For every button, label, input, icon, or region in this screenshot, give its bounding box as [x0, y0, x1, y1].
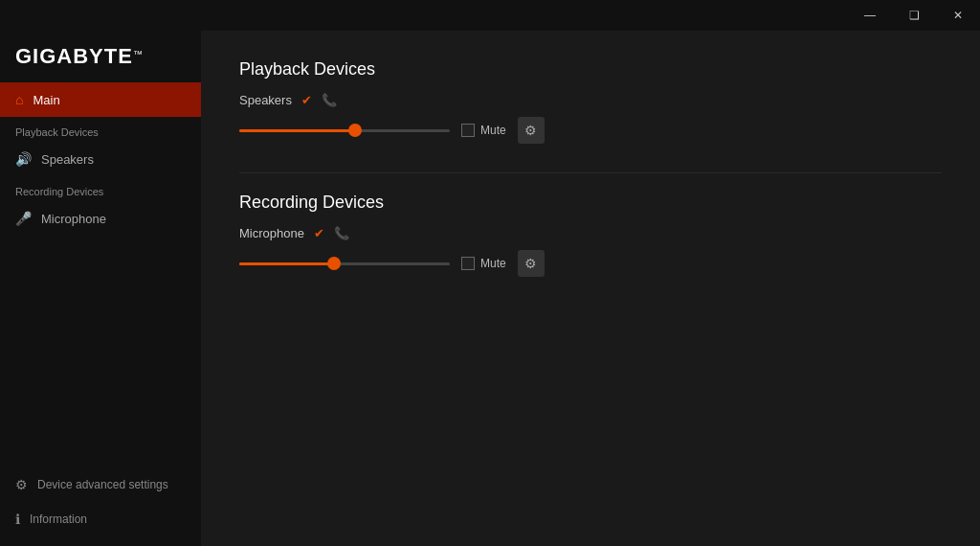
- close-button[interactable]: ✕: [936, 0, 980, 31]
- advanced-settings-label: Device advanced settings: [37, 478, 168, 491]
- microphone-device-header: Microphone ✔ 📞: [239, 226, 942, 240]
- microphone-icon: 🎤: [15, 211, 32, 226]
- microphone-device-name: Microphone: [239, 226, 304, 240]
- sidebar-nav: ⌂ Main Playback Devices 🔊 Speakers Recor…: [0, 82, 201, 467]
- titlebar: — ❑ ✕: [0, 0, 980, 31]
- microphone-mute-container: Mute: [461, 257, 506, 270]
- section-divider: [239, 172, 942, 173]
- speakers-device-row: Speakers ✔ 📞 Mute ⚙: [239, 93, 942, 144]
- sidebar-bottom: ⚙ Device advanced settings ℹ Information: [0, 467, 201, 546]
- sidebar-item-microphone[interactable]: 🎤 Microphone: [0, 201, 201, 236]
- information-label: Information: [30, 512, 87, 526]
- recording-devices-title: Recording Devices: [239, 193, 942, 213]
- minimize-button[interactable]: —: [848, 0, 892, 31]
- sidebar-recording-section: Recording Devices: [0, 176, 201, 201]
- speakers-gear-icon: ⚙: [524, 123, 537, 138]
- logo-tm: ™: [133, 49, 143, 59]
- logo-area: GIGABYTE™: [0, 31, 201, 82]
- speakers-check-button[interactable]: ✔: [301, 93, 312, 107]
- speakers-track: [239, 129, 450, 132]
- speakers-mute-checkbox[interactable]: [461, 124, 475, 137]
- microphone-slider-row: Mute ⚙: [239, 250, 942, 277]
- speakers-icon: 🔊: [15, 151, 32, 167]
- microphone-gear-icon: ⚙: [524, 256, 537, 271]
- playback-devices-title: Playback Devices: [239, 59, 942, 80]
- info-icon: ℹ: [15, 512, 20, 527]
- sidebar-speakers-label: Speakers: [41, 152, 94, 167]
- main-content: Playback Devices Speakers ✔ 📞 Mute: [201, 31, 980, 546]
- home-icon: ⌂: [15, 92, 23, 107]
- speakers-phone-button[interactable]: 📞: [322, 93, 337, 107]
- microphone-device-row: Microphone ✔ 📞 Mute ⚙: [239, 226, 942, 277]
- speakers-slider-row: Mute ⚙: [239, 117, 942, 144]
- speakers-device-header: Speakers ✔ 📞: [239, 93, 942, 107]
- speakers-mute-label: Mute: [480, 124, 506, 137]
- microphone-mute-label: Mute: [480, 257, 506, 270]
- speakers-device-name: Speakers: [239, 93, 292, 107]
- speakers-volume-slider[interactable]: [239, 121, 450, 140]
- sidebar-item-advanced-settings[interactable]: ⚙ Device advanced settings: [0, 467, 201, 502]
- microphone-thumb[interactable]: [327, 257, 341, 270]
- sidebar-microphone-label: Microphone: [41, 212, 106, 226]
- speakers-settings-button[interactable]: ⚙: [518, 117, 545, 144]
- app-body: GIGABYTE™ ⌂ Main Playback Devices 🔊 Spea…: [0, 31, 980, 546]
- microphone-settings-button[interactable]: ⚙: [518, 250, 545, 277]
- microphone-phone-button[interactable]: 📞: [334, 226, 349, 240]
- microphone-volume-slider[interactable]: [239, 254, 450, 273]
- maximize-button[interactable]: ❑: [892, 0, 936, 31]
- sidebar-main-label: Main: [33, 93, 59, 107]
- sidebar-item-main[interactable]: ⌂ Main: [0, 82, 201, 117]
- speakers-mute-container: Mute: [461, 124, 506, 137]
- sidebar-item-speakers[interactable]: 🔊 Speakers: [0, 142, 201, 176]
- speakers-fill: [239, 129, 355, 132]
- sidebar-playback-section: Playback Devices: [0, 117, 201, 142]
- sidebar-item-information[interactable]: ℹ Information: [0, 502, 201, 536]
- speakers-thumb[interactable]: [348, 124, 362, 137]
- gear-icon: ⚙: [15, 477, 28, 492]
- logo-text: GIGABYTE: [15, 44, 133, 68]
- microphone-mute-checkbox[interactable]: [461, 257, 475, 270]
- microphone-check-button[interactable]: ✔: [314, 226, 324, 240]
- microphone-track: [239, 262, 450, 265]
- microphone-fill: [239, 262, 334, 265]
- sidebar: GIGABYTE™ ⌂ Main Playback Devices 🔊 Spea…: [0, 31, 201, 546]
